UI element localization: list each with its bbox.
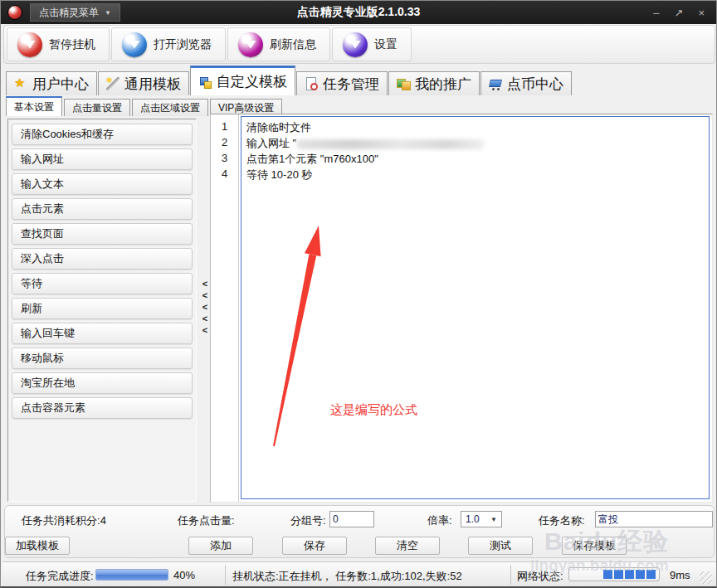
tab-icon bbox=[397, 77, 410, 90]
command-button[interactable]: 查找页面 bbox=[12, 223, 193, 245]
progress-label: 任务完成进度: bbox=[26, 569, 94, 584]
splitter-collapse-handle[interactable]: < < < < < bbox=[199, 279, 211, 335]
task-name-label: 任务名称: bbox=[539, 513, 585, 528]
statusbar-divider bbox=[225, 565, 226, 585]
chevron-left-icon: < bbox=[202, 303, 207, 312]
signal-bar-icon bbox=[614, 570, 623, 579]
toolbar-button-label: 暂停挂机 bbox=[49, 37, 95, 52]
script-line: 输入网址 " bbox=[246, 135, 704, 151]
script-editor-panel: 1 2 3 4 清除临时文件 输入网址 " 点击第1个元素 "m760x100"… bbox=[210, 114, 713, 503]
rate-label: 倍率: bbox=[427, 513, 452, 528]
sub-tab-label: 点击量设置 bbox=[72, 101, 122, 115]
task-panel: 任务共消耗积分:4 任务点击量: 分组号: 0 倍率: 1.0 ▼ 任务名称: … bbox=[4, 505, 715, 558]
group-number-input[interactable]: 0 bbox=[329, 511, 374, 527]
action-button[interactable]: 保存 bbox=[282, 537, 347, 555]
task-clicks-label: 任务点击量: bbox=[178, 513, 235, 528]
sub-tab[interactable]: 点击量设置 bbox=[64, 99, 130, 116]
sub-tab[interactable]: 基本设置 bbox=[6, 96, 62, 116]
command-sidebar: 清除Cookies和缓存 输入网址 输入文本 点击元素 查找页面 深入点击 等待… bbox=[7, 119, 197, 502]
action-button[interactable]: 保存模板 bbox=[562, 537, 627, 555]
pause-hangup-sphere-icon bbox=[17, 32, 42, 57]
signal-bar-icon bbox=[646, 570, 656, 579]
dropdown-caret-icon: ▼ bbox=[490, 516, 501, 523]
toolbar-button-label: 打开浏览器 bbox=[154, 37, 212, 52]
command-button[interactable]: 输入网址 bbox=[12, 148, 193, 170]
task-name-input[interactable]: 富投 bbox=[595, 511, 713, 527]
annotation-text: 这是编写的公式 bbox=[330, 402, 417, 418]
command-button[interactable]: 输入文本 bbox=[12, 173, 193, 195]
main-tab[interactable]: 任务管理 bbox=[296, 71, 388, 95]
chevron-left-icon: < bbox=[202, 291, 207, 300]
rate-value: 1.0 bbox=[466, 513, 480, 525]
command-button[interactable]: 移动鼠标 bbox=[12, 347, 193, 369]
tab-label: 用户中心 bbox=[32, 75, 89, 94]
action-button[interactable]: 清空 bbox=[375, 537, 440, 555]
tab-label: 通用模板 bbox=[124, 75, 181, 94]
sub-tab-label: 基本设置 bbox=[14, 100, 54, 114]
app-menu-button[interactable]: 点击精灵菜单 ▼ bbox=[30, 3, 120, 22]
script-line: 清除临时文件 bbox=[246, 119, 704, 135]
command-button[interactable]: 点击元素 bbox=[12, 198, 193, 220]
command-button[interactable]: 输入回车键 bbox=[12, 323, 193, 344]
action-button-row: 添加 保存 清空 测试 保存模板 加载模板 bbox=[5, 537, 714, 555]
tab-label: 我的推广 bbox=[415, 75, 471, 94]
toolbar-button-label: 刷新信息 bbox=[270, 37, 316, 52]
command-button[interactable]: 淘宝所在地 bbox=[12, 372, 193, 394]
command-button[interactable]: 深入点击 bbox=[12, 248, 193, 270]
points-consumed-value: 4 bbox=[100, 514, 106, 527]
tab-label: 任务管理 bbox=[323, 75, 379, 94]
progress-bar bbox=[95, 569, 168, 581]
tab-icon bbox=[106, 77, 120, 90]
sub-tab-label: 点击区域设置 bbox=[140, 101, 200, 115]
action-button[interactable]: 加载模板 bbox=[5, 537, 70, 555]
script-line: 等待 10-20 秒 bbox=[246, 167, 704, 182]
chevron-left-icon: < bbox=[202, 279, 207, 289]
group-number-label: 分组号: bbox=[290, 513, 326, 528]
action-button[interactable]: 添加 bbox=[188, 537, 253, 555]
signal-bar-icon bbox=[625, 570, 634, 579]
line-number: 3 bbox=[211, 150, 238, 166]
maximize-icon[interactable]: ↗ bbox=[675, 7, 684, 19]
tab-icon bbox=[14, 77, 27, 90]
progress-value: 40% bbox=[173, 569, 195, 581]
chevron-left-icon: < bbox=[202, 326, 207, 335]
main-tab[interactable]: 自定义模板 bbox=[190, 66, 295, 95]
line-number: 4 bbox=[211, 166, 238, 182]
signal-bar-icon bbox=[603, 570, 612, 579]
titlebar: 点击精灵菜单 ▼ 点击精灵专业版2.1.0.33 – ↗ × bbox=[1, 1, 716, 24]
main-tab[interactable]: 通用模板 bbox=[98, 71, 189, 95]
toolbar-button[interactable]: 设置 bbox=[332, 27, 412, 61]
main-tab[interactable]: 我的推广 bbox=[388, 71, 480, 95]
main-tab[interactable]: 点币中心 bbox=[480, 71, 572, 95]
action-button[interactable]: 测试 bbox=[468, 537, 533, 555]
window-controls: – ↗ × bbox=[653, 7, 716, 19]
chevron-left-icon: < bbox=[202, 314, 207, 323]
tab-label: 自定义模板 bbox=[217, 72, 287, 91]
toolbar-button[interactable]: 暂停挂机 bbox=[7, 27, 110, 61]
toolbar-button-label: 设置 bbox=[374, 37, 398, 52]
network-status-label: 网络状态: bbox=[517, 569, 563, 584]
minimize-icon[interactable]: – bbox=[653, 7, 659, 19]
resize-grip[interactable] bbox=[700, 571, 712, 584]
app-menu-label: 点击精灵菜单 bbox=[39, 6, 99, 20]
command-button[interactable]: 等待 bbox=[12, 273, 193, 294]
sub-tab[interactable]: 点击区域设置 bbox=[132, 99, 208, 116]
script-text-area[interactable]: 清除临时文件 输入网址 " 点击第1个元素 "m760x100" 等待 10-2… bbox=[241, 116, 710, 499]
main-tabstrip: 用户中心 通用模板 自定义模板 任务管理 我的推广 点币中心 bbox=[6, 66, 573, 95]
command-button[interactable]: 刷新 bbox=[12, 298, 193, 319]
line-number: 1 bbox=[211, 119, 238, 134]
signal-bar-icon bbox=[636, 570, 645, 579]
main-tab[interactable]: 用户中心 bbox=[6, 71, 97, 95]
toolbar-button[interactable]: 打开浏览器 bbox=[111, 27, 226, 61]
close-icon[interactable]: × bbox=[698, 7, 705, 19]
command-button[interactable]: 清除Cookies和缓存 bbox=[12, 124, 193, 145]
line-number-gutter: 1 2 3 4 bbox=[211, 114, 239, 502]
toolbar-button[interactable]: 刷新信息 bbox=[227, 27, 330, 61]
statusbar: 任务完成进度: 40% 挂机状态:正在挂机， 任务数:1,成功:102,失败:5… bbox=[2, 561, 716, 587]
rate-dropdown[interactable]: 1.0 ▼ bbox=[461, 511, 502, 527]
command-button[interactable]: 点击容器元素 bbox=[12, 397, 193, 419]
open-browser-sphere-icon bbox=[122, 32, 147, 57]
refresh-info-sphere-icon bbox=[238, 32, 263, 57]
network-signal-meter bbox=[568, 567, 660, 581]
hangup-status-text: 挂机状态:正在挂机， 任务数:1,成功:102,失败:52 bbox=[232, 569, 462, 584]
